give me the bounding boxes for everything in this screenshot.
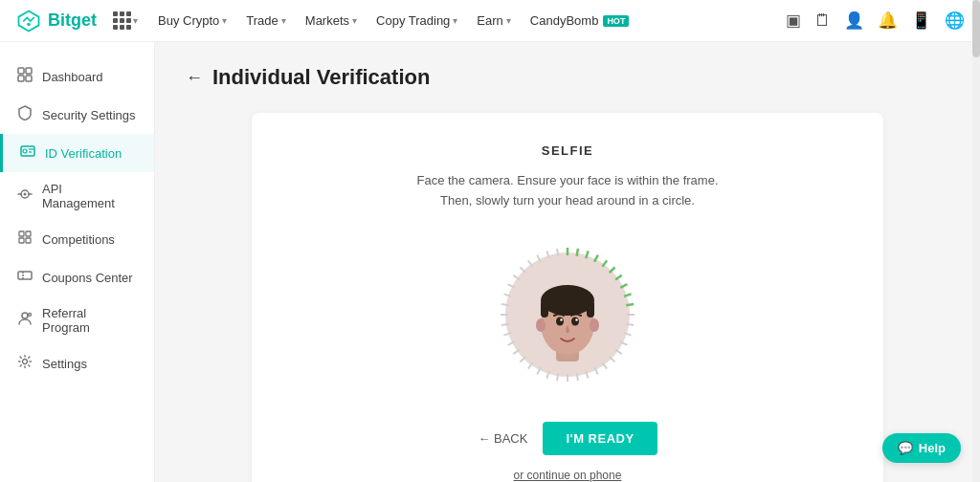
sidebar-item-id-verification[interactable]: ID Verification <box>0 134 154 172</box>
svg-line-54 <box>501 304 509 305</box>
svg-line-70 <box>620 284 627 288</box>
nav-item-copy-trading[interactable]: Copy Trading ▾ <box>368 8 465 33</box>
sidebar-item-label: Competitions <box>42 232 115 247</box>
bell-icon[interactable]: 🔔 <box>878 11 898 31</box>
svg-line-52 <box>501 323 509 324</box>
svg-line-60 <box>537 254 541 261</box>
svg-line-46 <box>537 367 541 374</box>
svg-line-58 <box>521 267 526 273</box>
svg-line-71 <box>624 294 632 296</box>
api-icon <box>17 186 33 206</box>
chevron-down-icon: ▾ <box>453 15 457 26</box>
mobile-icon[interactable]: 📱 <box>911 11 931 31</box>
svg-line-56 <box>508 284 515 288</box>
svg-line-37 <box>615 349 621 354</box>
nav-right-icons: ▣ 🗒 👤 🔔 📱 🌐 <box>786 11 965 31</box>
svg-line-64 <box>577 248 578 255</box>
selfie-animation: // can't run script here, use static bel… <box>491 238 644 391</box>
svg-line-57 <box>513 274 519 279</box>
nav-item-earn[interactable]: Earn ▾ <box>469 8 518 33</box>
sidebar-item-label: API Management <box>42 182 137 210</box>
svg-line-41 <box>586 371 588 379</box>
globe-icon[interactable]: 🌐 <box>945 11 965 31</box>
back-arrow-icon[interactable]: ← <box>186 68 203 88</box>
sidebar-item-security-settings[interactable]: Security Settings <box>0 96 154 134</box>
svg-line-55 <box>503 294 511 296</box>
logo-icon <box>15 8 42 34</box>
svg-line-50 <box>508 341 515 345</box>
page-header: ← Individual Verification <box>186 65 949 90</box>
tick-marks-ring: // can't run script here, use static bel… <box>491 238 644 391</box>
svg-line-47 <box>528 362 533 368</box>
svg-line-35 <box>624 333 632 335</box>
svg-rect-3 <box>26 68 32 74</box>
app-grid-button[interactable]: ▾ <box>112 8 139 34</box>
svg-point-7 <box>23 149 27 153</box>
continue-on-phone-link[interactable]: or continue on phone <box>514 469 622 482</box>
svg-line-34 <box>626 323 634 324</box>
sidebar-item-label: ID Verification <box>45 146 122 161</box>
dashboard-icon <box>17 67 33 86</box>
svg-line-65 <box>586 251 588 258</box>
page-title: Individual Verification <box>212 65 430 90</box>
svg-marker-0 <box>19 11 39 31</box>
svg-line-51 <box>503 333 511 335</box>
hot-badge: HOT <box>603 15 629 27</box>
nav-item-markets[interactable]: Markets ▾ <box>298 8 365 33</box>
sidebar-item-label: Referral Program <box>42 306 137 335</box>
sidebar-item-label: Settings <box>42 357 87 371</box>
sidebar-item-referral-program[interactable]: Referral Program <box>0 296 154 344</box>
help-button[interactable]: 💬 Help <box>882 433 961 463</box>
svg-line-67 <box>602 260 607 266</box>
svg-line-72 <box>626 304 634 305</box>
chevron-down-icon: ▾ <box>506 15 511 26</box>
svg-rect-13 <box>19 238 24 243</box>
back-button[interactable]: ← BACK <box>478 431 527 446</box>
svg-line-42 <box>577 373 578 381</box>
card-description: Face the camera. Ensure your face is wit… <box>416 171 718 211</box>
svg-point-17 <box>22 313 28 318</box>
sidebar-item-competitions[interactable]: Competitions <box>0 220 154 258</box>
svg-line-69 <box>615 274 621 279</box>
svg-rect-14 <box>26 238 31 243</box>
sidebar: Dashboard Security Settings ID Verificat… <box>0 42 155 482</box>
scrollbar-thumb[interactable] <box>972 42 980 57</box>
svg-rect-4 <box>18 76 24 81</box>
id-card-icon <box>20 143 35 163</box>
svg-line-39 <box>602 362 607 368</box>
sidebar-item-settings[interactable]: Settings <box>0 344 154 383</box>
selfie-card: SELFIE Face the camera. Ensure your face… <box>252 113 883 482</box>
chevron-down-icon: ▾ <box>352 15 357 26</box>
svg-point-18 <box>29 314 32 317</box>
svg-line-49 <box>513 349 519 354</box>
nav-item-candybomb[interactable]: CandyBomb HOT <box>523 8 637 33</box>
referral-icon <box>17 311 33 330</box>
svg-line-45 <box>546 371 548 379</box>
svg-line-44 <box>557 373 558 381</box>
window-icon[interactable]: ▣ <box>786 11 801 31</box>
svg-point-10 <box>24 193 27 196</box>
card-actions: ← BACK I'M READY <box>478 422 657 455</box>
settings-icon <box>17 354 33 373</box>
svg-line-68 <box>610 267 615 273</box>
nav-item-buy-crypto[interactable]: Buy Crypto ▾ <box>150 8 234 33</box>
ready-button[interactable]: I'M READY <box>543 422 657 455</box>
user-icon[interactable]: 👤 <box>844 11 864 31</box>
sidebar-item-label: Coupons Center <box>42 271 133 285</box>
svg-line-62 <box>557 248 558 255</box>
svg-rect-2 <box>18 68 24 74</box>
sidebar-item-api-management[interactable]: API Management <box>0 172 154 220</box>
logo[interactable]: Bitget <box>15 8 97 34</box>
nav-menu: Buy Crypto ▾ Trade ▾ Markets ▾ Copy Trad… <box>150 8 782 33</box>
nav-item-trade[interactable]: Trade ▾ <box>238 8 293 33</box>
document-icon[interactable]: 🗒 <box>814 11 831 31</box>
sidebar-item-dashboard[interactable]: Dashboard <box>0 57 154 96</box>
sidebar-item-coupons-center[interactable]: Coupons Center <box>0 258 154 296</box>
logo-text: Bitget <box>48 11 97 31</box>
scrollbar-track[interactable] <box>972 42 980 482</box>
svg-point-1 <box>27 22 31 26</box>
svg-point-20 <box>23 360 28 364</box>
chat-icon: 💬 <box>898 441 913 455</box>
svg-line-48 <box>521 356 526 362</box>
svg-rect-5 <box>26 76 32 81</box>
